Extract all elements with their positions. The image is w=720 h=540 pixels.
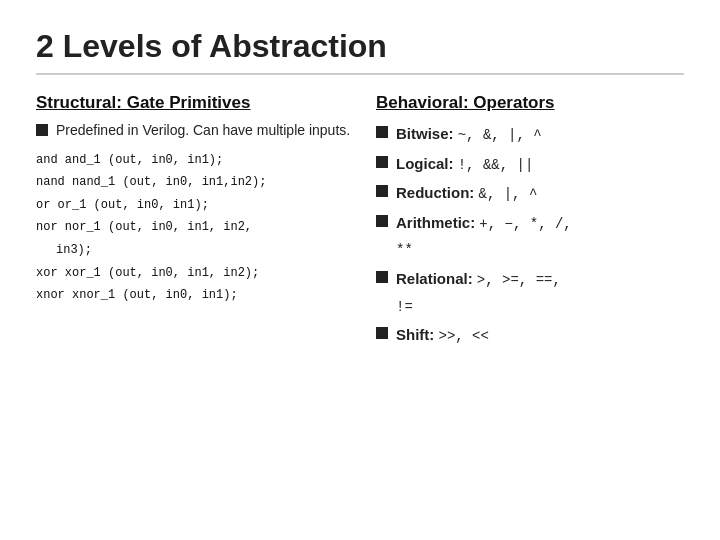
code-and: and and_1 (out, in0, in1);: [36, 151, 356, 170]
arithmetic-text: Arithmetic: +, −, *, /,: [396, 212, 572, 235]
code-nor1: nor nor_1 (out, in0, in1, in2,: [36, 218, 356, 237]
logical-text: Logical: !, &&, ||: [396, 153, 533, 176]
item-arithmetic: Arithmetic: +, −, *, /,: [376, 212, 684, 235]
two-column-layout: Structural: Gate Primitives Predefined i…: [36, 93, 684, 520]
page: 2 Levels of Abstraction Structural: Gate…: [0, 0, 720, 540]
code-xor: xor xor_1 (out, in0, in1, in2);: [36, 264, 356, 283]
relational-text: Relational: >, >=, ==,: [396, 268, 561, 291]
reduction-text: Reduction: &, |, ^: [396, 182, 537, 205]
bitwise-text: Bitwise: ~, &, |, ^: [396, 123, 542, 146]
code-nor2: in3);: [36, 241, 356, 260]
code-xnor: xnor xnor_1 (out, in0, in1);: [36, 286, 356, 305]
bullet-icon: [376, 185, 388, 197]
item-relational: Relational: >, >=, ==,: [376, 268, 684, 291]
bullet-icon: [376, 327, 388, 339]
item-logical: Logical: !, &&, ||: [376, 153, 684, 176]
bullet-intro: Predefined in Verilog. Can have multiple…: [36, 121, 356, 141]
code-nand: nand nand_1 (out, in0, in1,in2);: [36, 173, 356, 192]
page-title: 2 Levels of Abstraction: [36, 28, 684, 75]
item-arithmetic2: **: [376, 241, 684, 261]
bullet-icon: [376, 126, 388, 138]
bullet-icon: [376, 271, 388, 283]
arithmetic2-text: **: [396, 241, 413, 261]
bullet-icon: [376, 215, 388, 227]
item-bitwise: Bitwise: ~, &, |, ^: [376, 123, 684, 146]
left-column: Structural: Gate Primitives Predefined i…: [36, 93, 356, 520]
item-relational2: !=: [376, 298, 684, 318]
left-section-title: Structural: Gate Primitives: [36, 93, 356, 113]
relational2-text: !=: [396, 298, 413, 318]
bullet-icon: [376, 156, 388, 168]
right-section-title: Behavioral: Operators: [376, 93, 684, 113]
code-or: or or_1 (out, in0, in1);: [36, 196, 356, 215]
right-column: Behavioral: Operators Bitwise: ~, &, |, …: [376, 93, 684, 520]
item-reduction: Reduction: &, |, ^: [376, 182, 684, 205]
bullet-icon: [36, 124, 48, 136]
code-section: and and_1 (out, in0, in1); nand nand_1 (…: [36, 151, 356, 309]
shift-text: Shift: >>, <<: [396, 324, 489, 347]
intro-text: Predefined in Verilog. Can have multiple…: [56, 121, 350, 141]
item-shift: Shift: >>, <<: [376, 324, 684, 347]
